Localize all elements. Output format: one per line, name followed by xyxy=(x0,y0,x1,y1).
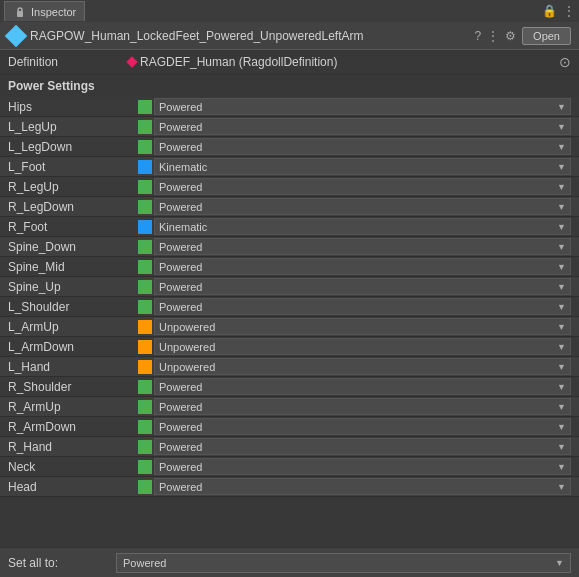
dropdown-arrow: ▼ xyxy=(557,162,566,172)
power-value: Powered xyxy=(159,121,202,133)
power-row: R_ArmDown Powered ▼ xyxy=(0,417,579,437)
lock-toggle-icon[interactable]: 🔒 xyxy=(542,4,557,18)
set-all-label: Set all to: xyxy=(8,556,108,570)
row-label: R_LegDown xyxy=(8,200,138,214)
row-control: Powered ▼ xyxy=(138,478,571,495)
power-dropdown[interactable]: Unpowered ▼ xyxy=(154,338,571,355)
power-value: Unpowered xyxy=(159,341,215,353)
status-swatch xyxy=(138,120,152,134)
power-dropdown[interactable]: Kinematic ▼ xyxy=(154,218,571,235)
row-label: L_ArmDown xyxy=(8,340,138,354)
power-dropdown[interactable]: Powered ▼ xyxy=(154,118,571,135)
power-row: R_Hand Powered ▼ xyxy=(0,437,579,457)
power-dropdown[interactable]: Powered ▼ xyxy=(154,238,571,255)
power-value: Powered xyxy=(159,381,202,393)
power-dropdown[interactable]: Powered ▼ xyxy=(154,278,571,295)
power-row: R_LegUp Powered ▼ xyxy=(0,177,579,197)
dropdown-arrow: ▼ xyxy=(557,342,566,352)
power-value: Powered xyxy=(159,441,202,453)
power-dropdown[interactable]: Kinematic ▼ xyxy=(154,158,571,175)
power-value: Kinematic xyxy=(159,161,207,173)
extra-icon[interactable]: ⚙ xyxy=(505,29,516,43)
row-label: Neck xyxy=(8,460,138,474)
definition-settings-button[interactable]: ⊙ xyxy=(559,54,571,70)
row-control: Unpowered ▼ xyxy=(138,318,571,335)
dropdown-arrow: ▼ xyxy=(557,262,566,272)
definition-label: Definition xyxy=(8,55,128,69)
status-swatch xyxy=(138,240,152,254)
tab-menu-icon[interactable]: ⋮ xyxy=(563,4,575,18)
power-row: L_Shoulder Powered ▼ xyxy=(0,297,579,317)
power-row: Spine_Up Powered ▼ xyxy=(0,277,579,297)
row-label: Spine_Up xyxy=(8,280,138,294)
status-swatch xyxy=(138,220,152,234)
dropdown-arrow: ▼ xyxy=(557,202,566,212)
row-control: Unpowered ▼ xyxy=(138,358,571,375)
dropdown-arrow: ▼ xyxy=(557,442,566,452)
dropdown-arrow: ▼ xyxy=(557,122,566,132)
dropdown-arrow: ▼ xyxy=(557,102,566,112)
settings-icon[interactable]: ⋮ xyxy=(487,29,499,43)
power-row: R_ArmUp Powered ▼ xyxy=(0,397,579,417)
power-row: L_ArmUp Unpowered ▼ xyxy=(0,317,579,337)
power-dropdown[interactable]: Powered ▼ xyxy=(154,138,571,155)
row-control: Unpowered ▼ xyxy=(138,338,571,355)
row-control: Powered ▼ xyxy=(138,418,571,435)
status-swatch xyxy=(138,300,152,314)
power-dropdown[interactable]: Unpowered ▼ xyxy=(154,358,571,375)
power-value: Powered xyxy=(159,301,202,313)
definition-value-text: RAGDEF_Human (RagdollDefinition) xyxy=(140,55,337,69)
component-icon xyxy=(5,24,28,47)
row-control: Powered ▼ xyxy=(138,198,571,215)
row-label: R_Hand xyxy=(8,440,138,454)
row-label: L_LegDown xyxy=(8,140,138,154)
set-all-dropdown[interactable]: Powered ▼ xyxy=(116,553,571,573)
power-value: Unpowered xyxy=(159,321,215,333)
power-row: Neck Powered ▼ xyxy=(0,457,579,477)
power-value: Powered xyxy=(159,141,202,153)
row-control: Kinematic ▼ xyxy=(138,218,571,235)
power-row: Head Powered ▼ xyxy=(0,477,579,497)
row-label: Spine_Mid xyxy=(8,260,138,274)
row-control: Powered ▼ xyxy=(138,298,571,315)
row-control: Powered ▼ xyxy=(138,438,571,455)
help-icon[interactable]: ? xyxy=(474,29,481,43)
power-rows-container: Hips Powered ▼ L_LegUp Powered ▼ L_LegDo… xyxy=(0,97,579,497)
row-label: Spine_Down xyxy=(8,240,138,254)
row-control: Powered ▼ xyxy=(138,458,571,475)
power-row: L_LegDown Powered ▼ xyxy=(0,137,579,157)
row-label: L_Hand xyxy=(8,360,138,374)
power-dropdown[interactable]: Powered ▼ xyxy=(154,458,571,475)
power-dropdown[interactable]: Powered ▼ xyxy=(154,258,571,275)
power-dropdown[interactable]: Powered ▼ xyxy=(154,298,571,315)
component-title: RAGPOW_Human_LockedFeet_Powered_Unpowere… xyxy=(30,29,364,43)
power-dropdown[interactable]: Powered ▼ xyxy=(154,418,571,435)
inspector-tab[interactable]: Inspector xyxy=(4,1,85,21)
row-label: R_ArmUp xyxy=(8,400,138,414)
power-dropdown[interactable]: Powered ▼ xyxy=(154,398,571,415)
power-value: Powered xyxy=(159,181,202,193)
power-dropdown[interactable]: Powered ▼ xyxy=(154,98,571,115)
dropdown-arrow: ▼ xyxy=(557,362,566,372)
dropdown-arrow: ▼ xyxy=(557,462,566,472)
power-value: Powered xyxy=(159,261,202,273)
power-dropdown[interactable]: Powered ▼ xyxy=(154,438,571,455)
row-label: L_ArmUp xyxy=(8,320,138,334)
power-value: Powered xyxy=(159,281,202,293)
status-swatch xyxy=(138,180,152,194)
title-bar: RAGPOW_Human_LockedFeet_Powered_Unpowere… xyxy=(0,22,579,50)
power-dropdown[interactable]: Powered ▼ xyxy=(154,378,571,395)
power-settings-header: Power Settings xyxy=(0,75,579,97)
row-control: Powered ▼ xyxy=(138,238,571,255)
power-dropdown[interactable]: Powered ▼ xyxy=(154,478,571,495)
power-row: Spine_Down Powered ▼ xyxy=(0,237,579,257)
power-dropdown[interactable]: Unpowered ▼ xyxy=(154,318,571,335)
power-dropdown[interactable]: Powered ▼ xyxy=(154,198,571,215)
row-label: R_Foot xyxy=(8,220,138,234)
dropdown-arrow: ▼ xyxy=(557,182,566,192)
open-button[interactable]: Open xyxy=(522,27,571,45)
definition-row: Definition RAGDEF_Human (RagdollDefiniti… xyxy=(0,50,579,75)
svg-rect-1 xyxy=(18,8,22,12)
power-dropdown[interactable]: Powered ▼ xyxy=(154,178,571,195)
status-swatch xyxy=(138,160,152,174)
